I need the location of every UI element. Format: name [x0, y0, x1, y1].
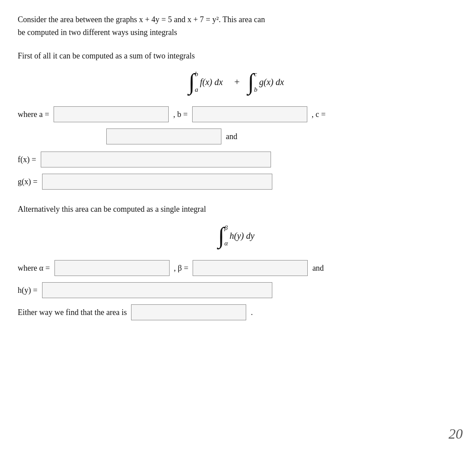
a-input[interactable]: [54, 106, 169, 122]
beta-input[interactable]: [193, 260, 308, 276]
integrand-gx: g(x) dx: [259, 77, 284, 87]
second-integral: ∫ c b g(x) dx: [248, 71, 284, 93]
alpha-input[interactable]: [54, 260, 170, 276]
area-input[interactable]: [131, 304, 246, 320]
integral-symbol-1: ∫: [189, 72, 195, 93]
abc-row: where a = , b = , c =: [18, 106, 458, 122]
intro-line1: Consider the area between the graphs x +…: [18, 15, 265, 24]
intro-line2: be computed in two different ways using …: [18, 28, 177, 37]
gx-label: g(x) =: [18, 177, 38, 187]
either-row: Either way we find that the area is .: [18, 304, 458, 320]
fx-row: f(x) =: [18, 152, 458, 167]
first-integral: ∫ b a f(x) dx: [189, 71, 223, 93]
integral2-display: ∫ β α h(y) dy: [18, 225, 458, 247]
and-row: and: [106, 128, 458, 144]
third-integral: ∫ β α h(y) dy: [218, 225, 254, 247]
hy-input[interactable]: [42, 282, 272, 298]
where-a-label: where a =: [18, 110, 49, 119]
integrand-hy: h(y) dy: [230, 231, 255, 241]
section2-title: Alternatively this area can be computed …: [18, 203, 458, 216]
intro-text: Consider the area between the graphs x +…: [18, 13, 458, 39]
lower-limit-b2: b: [254, 86, 258, 93]
plus-sign: +: [234, 76, 240, 88]
either-label: Either way we find that the area is: [18, 308, 127, 317]
comma-beta-label: , β =: [174, 264, 189, 273]
integral-symbol-2: ∫: [248, 72, 254, 93]
and-input[interactable]: [106, 128, 221, 144]
integral-symbol-3: ∫: [218, 226, 224, 246]
and-label2: and: [312, 264, 324, 273]
where-alpha-label: where α =: [18, 264, 50, 273]
watermark: 20: [449, 426, 463, 442]
gx-input[interactable]: [42, 174, 272, 190]
upper-limit-beta: β: [224, 225, 228, 231]
lower-limit-a: a: [195, 86, 198, 93]
hy-label: h(y) =: [18, 286, 38, 295]
b-input[interactable]: [192, 106, 307, 122]
integrand-fx: f(x) dx: [200, 77, 223, 87]
gx-row: g(x) =: [18, 174, 458, 190]
fx-label: f(x) =: [18, 155, 36, 164]
fx-input[interactable]: [41, 152, 271, 167]
and-label: and: [226, 132, 237, 141]
hy-row: h(y) =: [18, 282, 458, 298]
comma-b-label: , b =: [173, 110, 188, 119]
upper-limit-b: b: [195, 71, 198, 78]
upper-limit-c: c: [254, 71, 257, 78]
alpha-beta-row: where α = , β = and: [18, 260, 458, 276]
section1-title: First of all it can be computed as a sum…: [18, 50, 458, 62]
lower-limit-alpha: α: [224, 240, 228, 247]
integral1-display: ∫ b a f(x) dx + ∫ c b g(x) dx: [18, 71, 458, 93]
comma-c-label: , c =: [312, 110, 326, 119]
period: .: [251, 308, 253, 317]
